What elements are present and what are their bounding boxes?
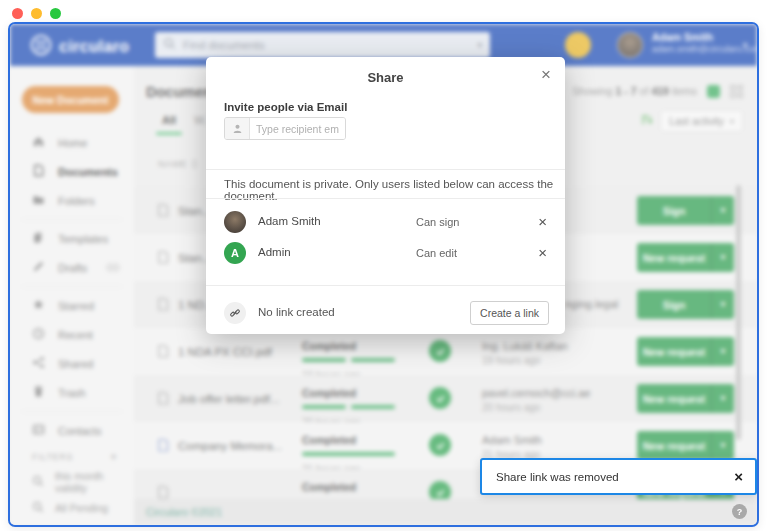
sidebar-divider [22, 411, 122, 412]
user-menu-caret-icon[interactable]: ▾ [743, 40, 748, 50]
row-signer: Ing. Lukáš Kaftan 19 hours ago [482, 339, 568, 368]
shared-user-name: Admin [258, 246, 291, 258]
progress-bar [302, 358, 434, 362]
filter-item-month-validity[interactable]: this month validity [10, 469, 134, 495]
button-caret-icon[interactable]: ▼ [712, 196, 734, 225]
button-caret-icon[interactable]: ▼ [712, 243, 734, 272]
button-caret-icon[interactable]: ▼ [712, 337, 734, 366]
row-signer: pavel.cernoch@cci.ae 20 hours ago [482, 386, 590, 415]
tab-all[interactable]: All [162, 114, 176, 126]
modal-divider [206, 198, 565, 199]
clock-icon [32, 327, 45, 342]
toast-close-icon[interactable]: × [734, 468, 755, 485]
global-search[interactable]: ▾ [155, 32, 490, 58]
sidebar-item-documents[interactable]: Documents [10, 157, 134, 186]
add-filter-icon[interactable]: + [110, 450, 118, 464]
sort-select[interactable]: Last activity ▾ [660, 110, 743, 132]
notification-badge[interactable] [565, 32, 591, 58]
share-icon [32, 356, 45, 371]
sidebar-item-shared[interactable]: Shared [10, 349, 134, 378]
close-window-button[interactable] [12, 8, 23, 19]
completed-check-icon [429, 340, 451, 362]
sign-button[interactable]: Sign▼ [637, 196, 734, 225]
help-button[interactable]: ? [732, 504, 747, 519]
app-window: circularo ▾ Adam Smith adam.smith@circul… [8, 22, 759, 527]
grid-view-icon[interactable] [730, 85, 743, 98]
search-input[interactable] [183, 39, 477, 51]
search-caret-icon[interactable]: ▾ [477, 40, 482, 50]
home-icon [32, 135, 45, 150]
table-row[interactable]: Job offer letter.pdf... Completed 20 hou… [134, 375, 757, 422]
button-caret-icon[interactable]: ▼ [712, 290, 734, 319]
signer-name: nging.legal [565, 298, 618, 310]
circularo-logo-icon [30, 34, 52, 60]
scrollbar[interactable] [736, 185, 741, 440]
sidebar-item-recent[interactable]: Recent [10, 320, 134, 349]
close-icon[interactable]: × [541, 65, 551, 85]
sort-icon[interactable] [640, 112, 653, 130]
shared-user-row: A Admin Can edit × [206, 238, 565, 269]
user-avatar[interactable] [617, 32, 643, 58]
showing-count: Showing 1 - 7 of 419 items [572, 85, 697, 97]
table-row[interactable]: 1 NDA PX CCI.pdf Completed 19 hours ago … [134, 328, 757, 375]
chevron-down-icon: ▾ [730, 117, 734, 126]
sidebar-item-trash[interactable]: Trash [10, 378, 134, 407]
zoom-window-button[interactable] [50, 8, 61, 19]
progress-bar [302, 452, 434, 456]
user-avatar [224, 211, 246, 233]
search-icon [32, 475, 44, 489]
drafts-badge [106, 263, 120, 272]
sidebar-divider [22, 286, 122, 287]
contacts-icon [32, 423, 45, 438]
document-icon [156, 250, 170, 269]
permission-selector[interactable]: Can sign [416, 216, 459, 228]
completed-check-icon [429, 434, 451, 456]
window-controls [12, 8, 61, 19]
create-link-button[interactable]: Create a link [470, 301, 549, 325]
pencil-icon [32, 260, 45, 275]
sidebar-divider [22, 219, 122, 220]
shared-user-name: Adam Smith [258, 215, 321, 227]
share-link-row: No link created Create a link [206, 293, 565, 334]
document-icon [32, 164, 45, 179]
recipient-email-input[interactable] [250, 118, 345, 139]
column-header-name[interactable]: NAME [158, 158, 198, 169]
sign-button[interactable]: Sign▼ [637, 290, 734, 319]
remove-user-icon[interactable]: × [538, 244, 547, 261]
app-footer: Circularo ©2021 [134, 499, 757, 525]
sidebar-item-drafts[interactable]: Drafts [10, 253, 134, 282]
document-icon [156, 391, 170, 410]
filters-header: FILTERS + [10, 445, 134, 469]
filter-item-all-pending[interactable]: All Pending [10, 495, 134, 521]
search-icon [163, 36, 176, 54]
sidebar-item-contacts[interactable]: Contacts [10, 416, 134, 445]
list-view-toggle[interactable] [707, 85, 720, 98]
invite-label: Invite people via Email [224, 101, 347, 113]
sidebar-item-folders[interactable]: Folders [10, 186, 134, 215]
link-icon [224, 302, 246, 324]
new-document-button[interactable]: New Document [22, 86, 119, 113]
button-caret-icon[interactable]: ▼ [712, 431, 734, 460]
sidebar-item-starred[interactable]: Starred [10, 291, 134, 320]
new-request-button[interactable]: New request▼ [637, 431, 734, 460]
user-avatar: A [224, 242, 246, 264]
new-request-button[interactable]: New request▼ [637, 337, 734, 366]
sidebar-item-home[interactable]: Home [10, 128, 134, 157]
link-status: No link created [258, 306, 335, 318]
circularo-logo[interactable]: circularo [30, 34, 129, 60]
invite-email-field[interactable] [224, 117, 346, 140]
sidebar-item-templates[interactable]: Templates [10, 224, 134, 253]
completed-check-icon [429, 387, 451, 409]
modal-divider [206, 285, 565, 286]
permission-selector[interactable]: Can edit [416, 247, 457, 259]
remove-user-icon[interactable]: × [538, 213, 547, 230]
new-request-button[interactable]: New request▼ [637, 384, 734, 413]
new-request-button[interactable]: New request▼ [637, 243, 734, 272]
progress-bar [302, 405, 434, 409]
shared-user-row: Adam Smith Can sign × [206, 207, 565, 238]
button-caret-icon[interactable]: ▼ [712, 384, 734, 413]
minimize-window-button[interactable] [31, 8, 42, 19]
folder-icon [32, 193, 45, 208]
document-icon [156, 344, 170, 363]
toast-notification: Share link was removed × [480, 458, 757, 495]
